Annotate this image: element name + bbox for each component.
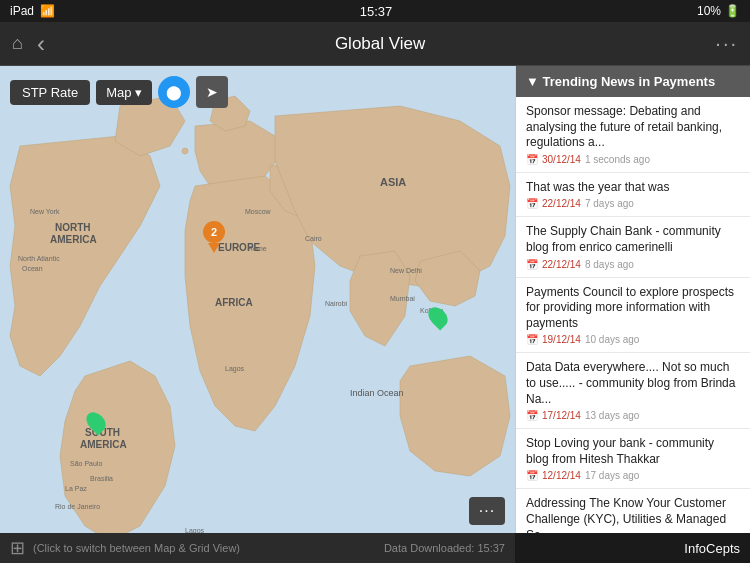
circle-icon: ⬤ — [166, 84, 182, 100]
news-item[interactable]: That was the year that was 📅 22/12/14 7 … — [516, 173, 750, 218]
news-date-2: 22/12/14 — [542, 259, 581, 270]
svg-text:AMERICA: AMERICA — [50, 234, 97, 245]
map-dropdown[interactable]: Map ▾ — [96, 80, 152, 105]
news-item[interactable]: Stop Loving your bank - community blog f… — [516, 429, 750, 489]
svg-text:Moscow: Moscow — [245, 208, 272, 215]
news-meta-2: 📅 22/12/14 8 days ago — [526, 259, 740, 270]
bottom-bar: ⊞ (Click to switch between Map & Grid Vi… — [0, 533, 515, 563]
battery-label: 10% — [697, 4, 721, 18]
device-label: iPad — [10, 4, 34, 18]
pin-india[interactable] — [430, 306, 446, 328]
brand-name: InfoCepts — [684, 541, 740, 556]
svg-text:Cairo: Cairo — [305, 235, 322, 242]
news-age-1: 7 days ago — [585, 198, 634, 209]
news-date-4: 17/12/14 — [542, 410, 581, 421]
navigate-button[interactable]: ➤ — [196, 76, 228, 108]
svg-text:Rome: Rome — [248, 245, 267, 252]
main-content: NORTH AMERICA SOUTH AMERICA EUROPE AFRIC… — [0, 66, 750, 563]
svg-text:Indian Ocean: Indian Ocean — [350, 388, 404, 398]
battery-icon: 🔋 — [725, 4, 740, 18]
news-title-3: Payments Council to explore prospects fo… — [526, 285, 740, 332]
svg-text:North Atlantic: North Atlantic — [18, 255, 60, 262]
news-title-5: Stop Loving your bank - community blog f… — [526, 436, 740, 467]
news-age-5: 17 days ago — [585, 470, 640, 481]
news-date-3: 19/12/14 — [542, 334, 581, 345]
news-date-1: 22/12/14 — [542, 198, 581, 209]
news-meta-0: 📅 30/12/14 1 seconds ago — [526, 154, 740, 165]
back-button[interactable]: ‹ — [37, 30, 45, 58]
svg-text:São Paulo: São Paulo — [70, 460, 102, 467]
svg-text:Ocean: Ocean — [22, 265, 43, 272]
status-bar: iPad 📶 15:37 10% 🔋 — [0, 0, 750, 22]
news-meta-1: 📅 22/12/14 7 days ago — [526, 198, 740, 209]
navigate-icon: ➤ — [206, 84, 218, 100]
news-title-4: Data Data everywhere.... Not so much to … — [526, 360, 740, 407]
map-area[interactable]: NORTH AMERICA SOUTH AMERICA EUROPE AFRIC… — [0, 66, 515, 563]
trending-title: ▼ Trending News in Payments — [526, 74, 715, 89]
news-date-5: 12/12/14 — [542, 470, 581, 481]
svg-text:New Delhi: New Delhi — [390, 267, 422, 274]
pin-south-america[interactable] — [88, 411, 104, 433]
news-item[interactable]: The Supply Chain Bank - community blog f… — [516, 217, 750, 277]
news-age-0: 1 seconds ago — [585, 154, 650, 165]
status-right: 10% 🔋 — [697, 4, 740, 18]
circle-view-button[interactable]: ⬤ — [158, 76, 190, 108]
wifi-icon: 📶 — [40, 4, 55, 18]
nav-left-controls: ⌂ ‹ — [12, 30, 45, 58]
calendar-icon: 📅 — [526, 410, 538, 421]
stp-rate-button[interactable]: STP Rate — [10, 80, 90, 105]
more-button[interactable]: ··· — [715, 32, 738, 55]
news-date-0: 30/12/14 — [542, 154, 581, 165]
page-title: Global View — [45, 34, 715, 54]
more-options-button[interactable]: ··· — [469, 497, 505, 525]
dropdown-arrow-icon: ▾ — [135, 85, 142, 100]
trending-news-list[interactable]: Sponsor message: Debating and analysing … — [516, 97, 750, 563]
calendar-icon: 📅 — [526, 154, 538, 165]
bottom-left: ⊞ (Click to switch between Map & Grid Vi… — [10, 537, 240, 559]
svg-text:AMERICA: AMERICA — [80, 439, 127, 450]
calendar-icon: 📅 — [526, 470, 538, 481]
status-downloaded: Data Downloaded: 15:37 — [384, 542, 505, 554]
svg-text:AFRICA: AFRICA — [215, 297, 253, 308]
status-time: 15:37 — [360, 4, 393, 19]
svg-text:Mumbai: Mumbai — [390, 295, 415, 302]
news-title-2: The Supply Chain Bank - community blog f… — [526, 224, 740, 255]
switch-view-label[interactable]: (Click to switch between Map & Grid View… — [33, 542, 240, 554]
status-left: iPad 📶 — [10, 4, 55, 18]
svg-point-26 — [182, 148, 188, 154]
svg-text:La Paz: La Paz — [65, 485, 87, 492]
nav-bar: ⌂ ‹ Global View ··· — [0, 22, 750, 66]
news-age-3: 10 days ago — [585, 334, 640, 345]
news-item[interactable]: Payments Council to explore prospects fo… — [516, 278, 750, 354]
news-title-0: Sponsor message: Debating and analysing … — [526, 104, 740, 151]
news-meta-3: 📅 19/12/14 10 days ago — [526, 334, 740, 345]
svg-text:Rio de Janeiro: Rio de Janeiro — [55, 503, 100, 510]
pin-europe-count: 2 — [211, 226, 217, 238]
news-item[interactable]: Sponsor message: Debating and analysing … — [516, 97, 750, 173]
calendar-icon: 📅 — [526, 334, 538, 345]
grid-icon[interactable]: ⊞ — [10, 537, 25, 559]
news-age-4: 13 days ago — [585, 410, 640, 421]
news-meta-4: 📅 17/12/14 13 days ago — [526, 410, 740, 421]
svg-text:ASIA: ASIA — [380, 176, 406, 188]
svg-text:Nairobi: Nairobi — [325, 300, 348, 307]
svg-text:Brasilia: Brasilia — [90, 475, 113, 482]
svg-text:NORTH: NORTH — [55, 222, 91, 233]
news-item[interactable]: Data Data everywhere.... Not so much to … — [516, 353, 750, 429]
home-button[interactable]: ⌂ — [12, 33, 23, 54]
news-meta-5: 📅 12/12/14 17 days ago — [526, 470, 740, 481]
pin-europe[interactable]: 2 — [203, 221, 225, 249]
calendar-icon: 📅 — [526, 259, 538, 270]
news-title-1: That was the year that was — [526, 180, 740, 196]
map-toolbar: STP Rate Map ▾ ⬤ ➤ — [10, 76, 228, 108]
svg-text:New York: New York — [30, 208, 60, 215]
svg-text:Lagos: Lagos — [225, 365, 245, 373]
news-age-2: 8 days ago — [585, 259, 634, 270]
brand-bar: InfoCepts — [515, 533, 750, 563]
map-dropdown-label: Map — [106, 85, 131, 100]
calendar-icon: 📅 — [526, 198, 538, 209]
trending-panel: ▼ Trending News in Payments Sponsor mess… — [515, 66, 750, 563]
trending-header: ▼ Trending News in Payments — [516, 66, 750, 97]
